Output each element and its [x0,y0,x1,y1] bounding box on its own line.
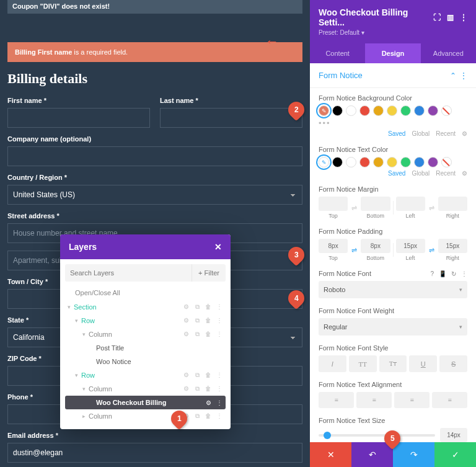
input-email[interactable] [7,443,302,463]
gear-icon[interactable]: ⚙ [462,170,467,177]
link-icon[interactable]: ⇌ [428,204,436,212]
tree-column[interactable]: ▾Column⚙⧉🗑⋮ [65,327,226,341]
color-swatch[interactable] [359,105,370,116]
color-swatch[interactable] [387,157,397,167]
preset-label[interactable]: Preset: Default ▾ [319,29,467,36]
input-last-name[interactable] [160,108,302,128]
reset-icon[interactable]: ↻ [451,270,456,277]
link-icon[interactable]: ⇌ [350,246,358,254]
tree-woo-billing[interactable]: Woo Checkout Billing⚙⋮ [65,396,226,409]
link-saved[interactable]: Saved [388,130,405,137]
mobile-icon[interactable]: 📱 [439,270,446,277]
align-right-button[interactable]: ≡ [394,392,430,408]
label-company: Company name (optional) [7,135,302,143]
expand-icon[interactable]: ⛶ [433,13,441,22]
link-recent[interactable]: Recent [436,130,456,137]
more-icon[interactable]: ⋮ [461,270,467,277]
tab-content[interactable]: Content [310,43,365,63]
uppercase-button[interactable]: TT [349,355,377,372]
color-swatch[interactable] [373,105,384,116]
underline-button[interactable]: U [409,355,437,372]
tree-woo-notice[interactable]: Woo Notice [65,355,226,368]
help-icon[interactable]: ? [430,270,434,277]
size-value[interactable] [440,428,467,442]
link-recent[interactable]: Recent [436,170,456,177]
layout-icon[interactable]: ▥ [447,13,454,22]
notice-field: Billing First name [15,48,72,56]
color-swatch[interactable] [346,157,356,167]
tab-advanced[interactable]: Advanced [421,43,476,63]
label-weight: Form Notice Font Weight [319,307,467,314]
input-company[interactable] [7,146,302,166]
label-margin: Form Notice Margin [319,185,467,193]
tree-column2[interactable]: ▾Column⚙⧉🗑⋮ [65,382,226,396]
undo-button[interactable]: ↶ [351,442,393,467]
padding-bottom[interactable] [361,239,390,253]
color-swatch[interactable] [332,157,343,167]
tree-row[interactable]: ▾Row⚙⧉🗑⋮ [65,314,226,327]
chevron-icon[interactable]: ▾ [454,324,467,330]
color-swatch[interactable] [400,105,411,116]
size-slider[interactable] [319,434,435,437]
color-swatch[interactable] [373,157,384,167]
tree-post-title[interactable]: Post Title [65,341,226,355]
color-swatch[interactable] [414,157,425,167]
weight-select[interactable] [319,318,454,336]
link-global[interactable]: Global [412,130,430,137]
no-color-swatch[interactable] [441,157,452,167]
save-button[interactable]: ✓ [434,442,476,467]
no-color-swatch[interactable] [441,105,452,116]
picker-swatch[interactable]: ✎ [319,157,329,167]
section-form-notice[interactable]: Form Notice ⌃⋮ [310,63,476,88]
link-global[interactable]: Global [412,170,430,177]
layers-search-input[interactable] [65,264,192,282]
link-icon[interactable]: ⇌ [350,204,358,212]
select-country[interactable]: United States (US) [7,185,302,205]
margin-right[interactable] [438,197,467,211]
color-swatch[interactable] [387,105,397,116]
padding-top[interactable] [319,239,348,253]
color-swatch[interactable] [428,157,438,167]
tree-section[interactable]: ▾Section⚙⧉🗑⋮ [65,300,226,314]
close-icon[interactable]: ✕ [214,242,222,252]
color-swatch[interactable] [400,157,411,167]
align-justify-button[interactable]: ≡ [432,392,467,408]
smallcaps-button[interactable]: Tᴛ [379,355,407,372]
filter-button[interactable]: + Filter [192,264,226,282]
font-select[interactable] [319,281,454,298]
coupon-error: Coupon "DIVI" does not exist! [7,0,302,14]
tab-design[interactable]: Design [365,43,420,63]
padding-left[interactable] [396,239,425,253]
close-button[interactable]: ✕ [310,442,351,467]
margin-left[interactable] [396,197,425,211]
align-left-button[interactable]: ≡ [319,392,354,408]
align-center-button[interactable]: ≡ [356,392,392,408]
redo-button[interactable]: ↷ [393,442,434,467]
color-swatch[interactable] [359,157,370,167]
padding-right[interactable] [438,239,467,253]
link-icon[interactable]: ⇌ [428,246,436,254]
picker-swatch[interactable]: ✎ [319,105,329,116]
label-last-name: Last name * [160,97,302,104]
tree-column3[interactable]: ▸Column⚙⧉🗑⋮ [65,409,226,423]
color-swatch[interactable] [332,105,343,116]
more-dots[interactable]: ••• [319,118,467,128]
open-close-all[interactable]: Open/Close All [65,287,226,300]
color-swatch[interactable] [428,105,438,116]
margin-top[interactable] [319,197,348,211]
color-swatch[interactable] [346,105,356,116]
link-saved[interactable]: Saved [388,170,405,177]
margin-bottom[interactable] [361,197,390,211]
more-icon: ⋮ [460,71,467,80]
color-swatch[interactable] [414,105,425,116]
tree-row2[interactable]: ▾Row⚙⧉🗑⋮ [65,368,226,382]
label-font: Form Notice Font [319,270,371,277]
strike-button[interactable]: S [439,355,467,372]
italic-button[interactable]: I [319,355,346,372]
chevron-icon[interactable]: ▾ [454,287,467,293]
input-first-name[interactable] [7,108,150,128]
label-size: Form Notice Text Size [319,417,467,424]
gear-icon[interactable]: ⚙ [462,130,467,137]
more-icon[interactable]: ⋮ [460,13,467,22]
panel-body: Form Notice Background Color ✎ ••• Saved… [310,88,476,467]
